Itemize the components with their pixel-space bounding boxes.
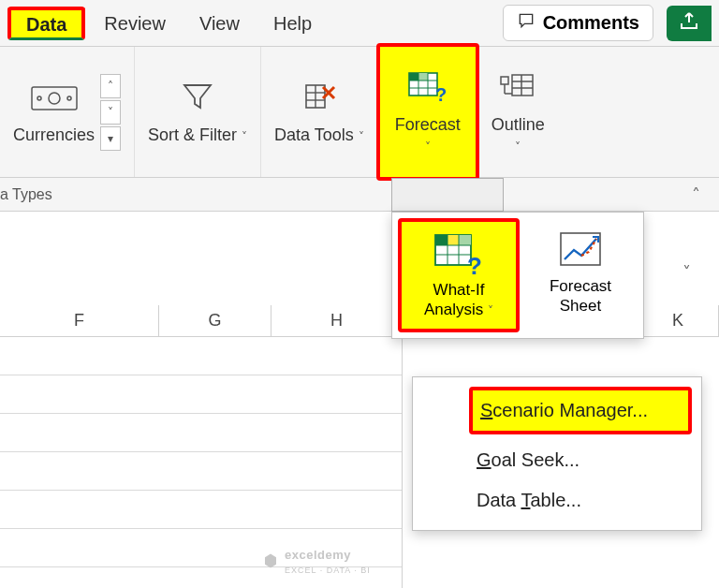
data-table-item[interactable]: Data Table... — [469, 480, 692, 521]
tab-view[interactable]: View — [184, 6, 255, 40]
currencies-label: Currencies — [13, 125, 95, 146]
chevron-up-icon: ˄ — [108, 80, 113, 93]
data-tools-button[interactable]: Data Tools ˅ — [261, 47, 378, 177]
outline-label: Outline˅ — [492, 115, 545, 155]
svg-rect-20 — [501, 77, 508, 84]
share-icon — [678, 10, 700, 37]
watermark-icon — [262, 552, 279, 572]
chevron-down-icon: ˅ — [108, 106, 113, 119]
collapse-ribbon-button[interactable]: ˄ — [682, 181, 710, 209]
column-header[interactable]: H — [271, 305, 403, 336]
tab-help[interactable]: Help — [258, 6, 327, 40]
scenario-manager-item[interactable]: Scenario Manager... — [469, 387, 692, 434]
outline-icon — [497, 67, 538, 110]
data-tools-label: Data Tools ˅ — [274, 125, 364, 146]
forecast-label: Forecast˅ — [395, 115, 461, 155]
data-tools-icon — [301, 78, 338, 120]
svg-text:?: ? — [467, 252, 482, 276]
tab-review[interactable]: Review — [89, 6, 181, 40]
chevron-down-icon: ˅ — [425, 140, 431, 154]
goal-seek-item[interactable]: Goal Seek... — [469, 440, 692, 480]
chevron-down-icon: ˅ — [359, 130, 364, 143]
svg-rect-32 — [561, 233, 600, 265]
gallery-down-button[interactable]: ˅ — [100, 100, 121, 125]
column-header[interactable]: F — [0, 305, 159, 336]
ribbon-tab-bar: Data Review View Help Comments — [0, 0, 719, 47]
what-if-label: What-If Analysis ˅ — [405, 281, 512, 319]
what-if-analysis-button[interactable]: ? What-If Analysis ˅ — [398, 218, 520, 332]
comments-label: Comments — [543, 12, 639, 34]
what-if-submenu: Scenario Manager... Goal Seek... Data Ta… — [412, 376, 702, 531]
currencies-icon — [28, 78, 81, 120]
forecast-sheet-icon — [555, 228, 606, 277]
svg-rect-10 — [418, 73, 428, 81]
svg-point-1 — [49, 93, 60, 104]
data-types-group-label: a Types — [0, 186, 52, 203]
chevron-down-icon: ˅ — [488, 304, 493, 317]
column-header-row: F G H — [0, 305, 403, 337]
svg-rect-0 — [32, 87, 77, 110]
ribbon: Currencies ˄ ˅ ▾ Sort & Filter ˅ Data To… — [0, 47, 719, 178]
tab-data[interactable]: Data — [7, 7, 85, 40]
forecast-sheet-label: Forecast Sheet — [527, 277, 634, 316]
column-header[interactable]: K — [644, 305, 719, 336]
what-if-icon: ? — [433, 231, 484, 281]
share-button[interactable] — [667, 6, 712, 41]
chevron-down-icon: ˅ — [242, 130, 247, 143]
svg-rect-26 — [459, 235, 471, 245]
formula-bar-expand-icon[interactable]: ˅ — [682, 262, 691, 283]
column-header-row: K — [644, 305, 719, 337]
svg-point-2 — [37, 96, 41, 100]
sort-filter-label: Sort & Filter ˅ — [148, 125, 247, 146]
forecast-dropdown: ? What-If Analysis ˅ Forecast Sheet — [391, 212, 644, 339]
chevron-down-icon: ˅ — [515, 140, 521, 154]
gallery-up-button[interactable]: ˄ — [100, 74, 121, 98]
comments-button[interactable]: Comments — [503, 5, 653, 41]
svg-rect-24 — [435, 235, 448, 245]
forecast-icon: ? — [407, 67, 448, 110]
ribbon-group-label-strip: a Types ˄ — [0, 178, 719, 212]
filter-icon — [179, 78, 216, 120]
comment-icon — [517, 11, 536, 35]
svg-point-3 — [67, 96, 71, 100]
forecast-sheet-button[interactable]: Forecast Sheet — [523, 218, 638, 332]
watermark-brand: exceldemy — [285, 548, 351, 562]
column-header[interactable]: G — [159, 305, 271, 336]
svg-rect-16 — [512, 75, 533, 96]
watermark: exceldemy EXCEL · DATA · BI — [262, 548, 371, 576]
svg-text:?: ? — [435, 84, 447, 105]
forecast-pressed-indicator — [391, 178, 504, 212]
forecast-button[interactable]: ? Forecast˅ — [378, 47, 478, 177]
svg-rect-9 — [409, 73, 418, 81]
outline-button[interactable]: Outline˅ — [478, 47, 558, 177]
watermark-tag: EXCEL · DATA · BI — [285, 566, 371, 575]
sort-filter-button[interactable]: Sort & Filter ˅ — [135, 47, 261, 177]
svg-rect-25 — [448, 235, 459, 245]
gallery-more-button[interactable]: ▾ — [100, 126, 121, 151]
more-icon: ▾ — [108, 132, 113, 145]
currencies-group[interactable]: Currencies ˄ ˅ ▾ — [0, 47, 135, 177]
